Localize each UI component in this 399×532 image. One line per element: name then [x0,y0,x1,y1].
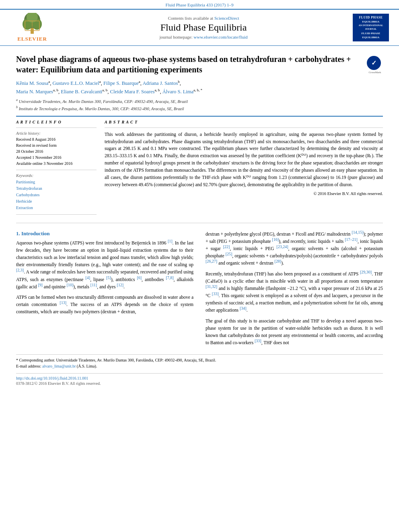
info-divider-bot [16,214,97,215]
ref-24: [33] [255,339,261,343]
journal-top-bar: Fluid Phase Equilibria 433 (2017) 1–9 [0,0,399,9]
intro-text-right: dextran + polyethylene glycol (PEG), dex… [206,230,383,346]
ref-11: [13] [60,300,66,305]
ref-19: [28] [275,259,282,264]
affiliations: a Universidade Tiradentes, Av. Murilo Da… [16,98,383,112]
body-col-left: 1. Introduction Aqueous two-phase system… [16,230,193,349]
article-info-title: A R T I C L E I N F O [16,120,97,124]
main-content: Novel phase diagrams of aqueous two-phas… [0,46,399,394]
author-1: Kênia M. Sousa [16,80,48,86]
history-accepted: Accepted 1 November 2016 [16,154,97,160]
ref-17: [25] [226,252,232,256]
email-link[interactable]: alvaro_lima@unit.br [42,364,76,368]
journal-badge-area: FLUID PHASE EQUILIBRIA AN INTERNATIONAL … [347,14,395,41]
ref-6: [7,8] [166,275,173,280]
history-revised-date: 28 October 2016 [16,148,97,154]
sciencedirect-anchor[interactable]: ScienceDirect [214,16,239,21]
author-2: Gustavo E.L.O. Maciel [52,80,99,86]
elsevier-wordmark: ELSEVIER [17,36,47,42]
abstract-title: A B S T R A C T [105,120,383,124]
journal-volume-info: Fluid Phase Equilibria 433 (2017) 1–9 [166,2,234,7]
abstract-copyright: © 2016 Elsevier B.V. All rights reserved… [105,191,383,196]
article-meta-section: A R T I C L E I N F O Article history: R… [16,120,383,218]
keywords-label: Keywords: [16,173,97,178]
author-6: Eliane B. Cavalcanti [61,89,102,94]
ref-12: [14,15] [352,230,363,234]
footnote-area: * Corresponding author. Universidade Tir… [16,354,383,369]
keyword-1: Partitioning [16,179,97,185]
intro-heading: 1. Introduction [16,230,193,237]
journal-badge: FLUID PHASE EQUILIBRIA AN INTERNATIONAL … [353,14,389,41]
ref-13: [16] [272,237,279,242]
doi-line: http://dx.doi.org/10.1016/j.fluid.2016.1… [16,376,383,380]
homepage-link[interactable]: www.elsevier.com/locate/fluid [193,35,247,39]
history-label: Article history: [16,131,97,136]
ref-21: [31,32] [206,284,217,289]
ref-15: [22] [223,244,230,249]
crossmark-area: ✓ CrossMark [367,56,383,74]
intro-text-left: Aqueous two-phase systems (ATPS) were fi… [16,239,193,316]
ref-16: [23,24] [276,244,288,249]
ref-3: [4] [86,275,90,280]
keyword-2: Tetrahydrofuran [16,185,97,192]
ref-8: [10] [67,283,74,287]
authors-line: Kênia M. Sousaa, Gustavo E.L.O. Maciela,… [16,79,383,96]
author-8: Álvaro S. Lima [162,89,193,94]
abstract-text: This work addresses the partitioning of … [105,131,383,189]
ref-1: [1] [168,239,173,243]
ref-4: [5] [106,275,111,280]
corresponding-note: * Corresponding author. Universidade Tir… [16,357,383,363]
history-online: Available online 3 November 2016 [16,160,97,166]
author-5: Maria N. Marques [16,89,53,94]
journal-title: Fluid Phase Equilibria [60,22,347,33]
article-title-section: Novel phase diagrams of aqueous two-phas… [16,54,383,75]
elsevier-logo-area: ELSEVIER [4,13,60,42]
crossmark-badge: ✓ [367,56,381,70]
bottom-bar: http://dx.doi.org/10.1016/j.fluid.2016.1… [16,373,383,386]
elsevier-tree-icon [20,13,44,35]
bottom-copyright: 0378-3812/© 2016 Elsevier B.V. All right… [16,381,383,386]
journal-header: ELSEVIER Contents lists available at Sci… [0,9,399,46]
info-divider-mid [16,170,97,170]
ref-5: [6] [137,275,142,280]
author-4: Adriana J. Santos [142,80,178,86]
header-divider [16,116,383,117]
keyword-4: Herbicide [16,198,97,205]
info-divider-top [16,127,97,128]
author-3: Filipe S. Buarque [103,80,139,86]
article-title: Novel phase diagrams of aqueous two-phas… [16,54,363,75]
ref-18: [26,27] [206,259,217,264]
keywords-section: Keywords: Partitioning Tetrahydrofuran C… [16,173,97,211]
article-history: Article history: Received 8 August 2016 … [16,131,97,166]
keyword-5: Extraction [16,205,97,211]
article-info-col: A R T I C L E I N F O Article history: R… [16,120,97,218]
keyword-3: Carbohydrates [16,192,97,198]
body-two-col: 1. Introduction Aqueous two-phase system… [16,230,383,349]
ref-20: [29,30] [360,270,372,274]
body-col-right: dextran + polyethylene glycol (PEG), dex… [206,230,383,349]
sciencedirect-link: Contents lists available at ScienceDirec… [60,16,347,21]
journal-homepage: journal homepage: www.elsevier.com/locat… [60,35,347,39]
abstract-divider [105,127,383,128]
ref-22: [33] [212,292,219,296]
history-received: Received 8 August 2016 [16,136,97,142]
abstract-col: A B S T R A C T This work addresses the … [105,120,383,218]
email-note: E-mail address: alvaro_lima@unit.br (Á.S… [16,363,383,369]
history-revised-label: Received in revised form [16,142,97,148]
doi-link[interactable]: http://dx.doi.org/10.1016/j.fluid.2016.1… [16,376,88,380]
ref-9: [11] [90,283,97,287]
introduction-section: 1. Introduction Aqueous two-phase system… [16,230,383,349]
ref-2: [2,3] [16,268,24,273]
ref-10: [12] [117,283,123,287]
journal-name-area: Contents lists available at ScienceDirec… [60,16,347,39]
ref-23: [34] [240,306,247,311]
crossmark-label: CrossMark [367,71,383,74]
elsevier-logo: ELSEVIER [17,13,47,42]
ref-14: [17–21] [345,237,358,242]
author-7: Cleide Mara F. Soares [110,89,155,94]
section-divider [16,223,383,223]
ref-7: [9] [38,283,43,287]
